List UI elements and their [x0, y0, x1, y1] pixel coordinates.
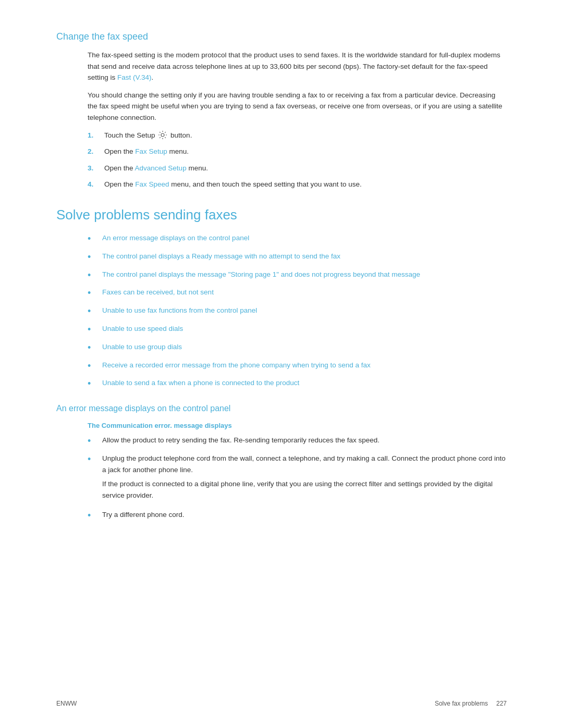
link-error-msg[interactable]: An error message displays on the control… [102, 234, 249, 242]
footer-right: Solve fax problems 227 [435, 700, 507, 707]
link-unable-speed-dials[interactable]: Unable to use speed dials [102, 325, 183, 332]
list-item: • Receive a recorded error message from … [88, 360, 507, 374]
section3-bullets: • Allow the product to retry sending the… [88, 435, 507, 523]
bullet-icon: • [88, 286, 99, 301]
bullet-icon: • [88, 452, 99, 467]
bullet-icon: • [88, 434, 99, 449]
step-2: 2. Open the Fax Setup menu. [88, 146, 507, 157]
link-ready-msg[interactable]: The control panel displays a Ready messa… [102, 252, 340, 260]
section3-subsection-title: The Communication error. message display… [88, 422, 507, 429]
step-1: 1. Touch the Setup button. [88, 130, 507, 141]
list-item: • Allow the product to retry sending the… [88, 435, 507, 449]
link-recorded-error[interactable]: Receive a recorded error message from th… [102, 361, 371, 369]
list-item: • Unable to send a fax when a phone is c… [88, 377, 507, 391]
fast-v34-link[interactable]: Fast (V.34) [117, 73, 152, 81]
section2-title: Solve problems sending faxes [56, 207, 507, 223]
list-item: • The control panel displays a Ready mes… [88, 251, 507, 265]
list-item: • Faxes can be received, but not sent [88, 287, 507, 301]
section3-title: An error message displays on the control… [56, 404, 507, 413]
section2-content: • An error message displays on the contr… [88, 232, 507, 391]
section3-sub-para: If the product is connected to a digital… [102, 478, 507, 501]
section1-para1: The fax-speed setting is the modem proto… [88, 50, 507, 83]
bullet-icon: • [88, 268, 99, 283]
footer-left: ENWW [56, 700, 77, 707]
section1-content: The fax-speed setting is the modem proto… [88, 50, 507, 190]
fax-setup-link[interactable]: Fax Setup [135, 147, 167, 155]
link-unable-fax-functions[interactable]: Unable to use fax functions from the con… [102, 306, 257, 314]
list-item: • Try a different phone cord. [88, 509, 507, 523]
link-unable-send-fax[interactable]: Unable to send a fax when a phone is con… [102, 379, 299, 387]
section1-steps: 1. Touch the Setup button. 2. [88, 130, 507, 190]
fax-speed-link[interactable]: Fax Speed [135, 180, 169, 188]
section1-para2: You should change the setting only if yo… [88, 90, 507, 124]
list-item: • Unable to use group dials [88, 341, 507, 355]
list-item: • Unable to use fax functions from the c… [88, 305, 507, 319]
footer-page: 227 [496, 700, 507, 707]
section1-title: Change the fax speed [56, 31, 507, 42]
section3-content: The Communication error. message display… [88, 422, 507, 523]
step-3: 3. Open the Advanced Setup menu. [88, 163, 507, 174]
section2-links-list: • An error message displays on the contr… [88, 232, 507, 391]
link-storing-page[interactable]: The control panel displays the message "… [102, 270, 420, 278]
advanced-setup-link[interactable]: Advanced Setup [135, 164, 187, 172]
list-item: • An error message displays on the contr… [88, 232, 507, 246]
bullet-icon: • [88, 304, 99, 319]
bullet-icon: • [88, 231, 99, 246]
svg-point-0 [161, 133, 164, 137]
bullet-icon: • [88, 359, 99, 374]
bullet-icon: • [88, 322, 99, 337]
footer-label: Solve fax problems [435, 700, 488, 707]
list-item: • The control panel displays the message… [88, 269, 507, 283]
list-item: • Unplug the product telephone cord from… [88, 453, 507, 505]
page: Change the fax speed The fax-speed setti… [0, 0, 563, 728]
link-unable-group-dials[interactable]: Unable to use group dials [102, 343, 182, 351]
bullet-icon: • [88, 508, 99, 523]
list-item: • Unable to use speed dials [88, 323, 507, 337]
bullet-icon: • [88, 340, 99, 355]
footer: ENWW Solve fax problems 227 [56, 700, 507, 707]
step-4: 4. Open the Fax Speed menu, and then tou… [88, 179, 507, 190]
bullet-icon: • [88, 376, 99, 391]
setup-icon [158, 130, 167, 140]
bullet-icon: • [88, 250, 99, 265]
link-faxes-received[interactable]: Faxes can be received, but not sent [102, 288, 214, 296]
